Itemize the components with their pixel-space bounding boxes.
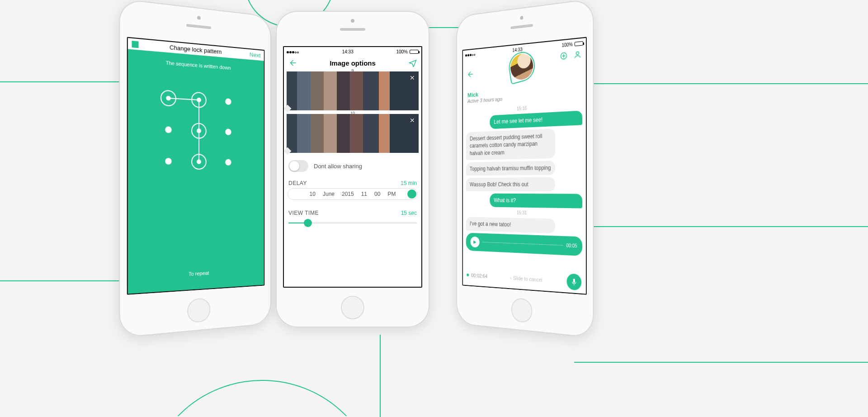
delay-ampm[interactable]: PM <box>387 191 396 197</box>
delay-day[interactable]: 10 <box>310 191 316 197</box>
contact-avatar[interactable] <box>510 53 533 81</box>
thumbnail-index: 9 <box>351 68 354 73</box>
send-icon[interactable] <box>409 59 417 67</box>
delay-knob[interactable] <box>407 190 416 199</box>
message-in[interactable]: Dessert dessert pudding sweet roll caram… <box>466 128 555 160</box>
phone-image-options: 14:33 100% Image options 9 ✕ 10 ✕ <box>276 11 429 327</box>
phone-chat: 14:33 100% Mick A <box>456 0 594 338</box>
allow-sharing-label: Dont allow sharing <box>314 163 362 170</box>
battery-icon <box>410 50 419 54</box>
remove-image-icon[interactable]: ✕ <box>410 117 415 124</box>
message-in[interactable]: I've got a new tatoo! <box>466 217 555 233</box>
delay-month[interactable]: June <box>323 191 335 197</box>
chat-timestamp: 15:16 <box>466 102 582 114</box>
app-glyph <box>132 40 139 47</box>
status-time: 14:33 <box>342 49 354 54</box>
mic-icon <box>571 278 577 286</box>
image-thumbnail[interactable]: 9 ✕ <box>287 71 419 110</box>
voice-waveform <box>482 242 563 246</box>
allow-sharing-toggle[interactable] <box>288 160 308 172</box>
voice-message[interactable]: ▶ 00:05 <box>466 232 582 256</box>
status-bar: 14:33 100% <box>284 47 421 56</box>
pattern-node[interactable] <box>160 90 176 107</box>
pattern-path-line <box>153 81 242 177</box>
phone-lock-pattern: Change lock pattern Next The sequence is… <box>119 0 271 338</box>
voice-duration: 00:05 <box>566 243 577 249</box>
add-icon[interactable] <box>560 51 567 60</box>
message-out[interactable]: What is it? <box>490 194 582 208</box>
chat-timestamp: 15:31 <box>466 209 582 217</box>
viewtime-label: VIEW TIME <box>288 210 319 216</box>
pattern-node[interactable] <box>165 126 172 133</box>
screen-title: Image options <box>330 59 376 67</box>
battery-percent: 100% <box>396 49 408 54</box>
recording-elapsed: 00:02:64 <box>471 272 487 279</box>
thumbnail-index: 10 <box>350 111 355 115</box>
next-button[interactable]: Next <box>250 51 260 59</box>
delay-minute[interactable]: 00 <box>374 191 380 197</box>
svg-point-4 <box>576 52 579 55</box>
chevron-left-icon: ‹ <box>510 275 511 280</box>
delay-hour[interactable]: 11 <box>361 191 367 197</box>
pattern-node[interactable] <box>165 158 172 165</box>
back-arrow-icon[interactable] <box>288 59 297 67</box>
recording-dot-icon <box>467 274 469 276</box>
delay-value: 15 min <box>401 180 417 186</box>
remove-image-icon[interactable]: ✕ <box>410 74 415 81</box>
battery-icon <box>575 41 583 46</box>
svg-point-3 <box>561 52 566 59</box>
viewtime-slider[interactable] <box>288 219 417 227</box>
svg-line-0 <box>169 98 199 100</box>
delay-picker[interactable]: 10 June 2015 11 00 PM <box>288 188 418 200</box>
viewtime-value: 15 sec <box>401 210 417 216</box>
profile-icon[interactable] <box>574 50 581 59</box>
lock-pattern-grid[interactable] <box>153 81 242 177</box>
repeat-button[interactable]: To repeat <box>189 265 209 284</box>
status-bar: 14:33 100% <box>463 38 586 60</box>
message-in[interactable]: Wassup Bob! Check this out <box>466 177 555 192</box>
delay-label: DELAY <box>288 180 307 186</box>
slide-to-cancel-hint: Slide to cancel <box>513 275 542 283</box>
delay-year[interactable]: 2015 <box>342 191 354 197</box>
pattern-hint: The sequence is written down <box>166 60 231 71</box>
play-icon[interactable]: ▶ <box>471 236 480 247</box>
mic-button[interactable] <box>566 273 581 290</box>
battery-percent: 100% <box>562 42 573 48</box>
image-thumbnail[interactable]: 10 ✕ <box>287 114 419 153</box>
message-in[interactable]: Topping halvah tiramisu muffin topping <box>466 161 555 175</box>
back-arrow-icon[interactable] <box>467 70 473 79</box>
message-out[interactable]: Let me see let me see! <box>490 110 582 129</box>
chat-scroll[interactable]: 15:16 Let me see let me see! Dessert des… <box>463 97 586 271</box>
